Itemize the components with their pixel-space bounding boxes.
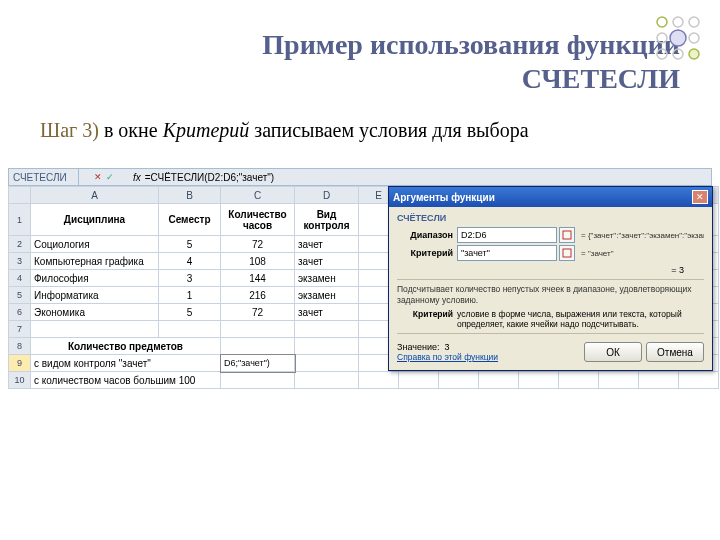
cell[interactable]: Социология [31,236,159,253]
cell[interactable]: 144 [221,270,295,287]
dialog-titlebar[interactable]: Аргументы функции ✕ [389,187,712,207]
cell[interactable]: зачет [295,236,359,253]
criteria-input[interactable]: "зачет" [457,245,557,261]
cell[interactable]: 4 [159,253,221,270]
row-header[interactable]: 3 [9,253,31,270]
cell[interactable]: 3 [159,270,221,287]
criteria-picker-icon[interactable] [559,245,575,261]
function-help-link[interactable]: Справка по этой функции [397,352,498,362]
svg-point-1 [673,17,683,27]
name-box[interactable]: СЧЕТЕСЛИ [9,169,79,185]
col-header[interactable]: D [295,187,359,204]
formula-input[interactable]: =СЧЁТЕСЛИ(D2:D6;"зачет") [145,172,711,183]
svg-rect-9 [563,231,571,239]
cell[interactable]: с количеством часов большим 100 [31,372,221,389]
row-header[interactable]: 1 [9,204,31,236]
cancel-icon[interactable]: ✕ [94,172,102,182]
function-name-label: СЧЁТЕСЛИ [397,213,704,223]
svg-point-7 [673,49,683,59]
col-header[interactable]: A [31,187,159,204]
cell[interactable]: зачет [295,304,359,321]
value-line: Значение: 3 [397,342,498,352]
row-header[interactable]: 2 [9,236,31,253]
cell[interactable]: Философия [31,270,159,287]
cancel-button[interactable]: Отмена [646,342,704,362]
svg-point-8 [689,49,699,59]
cell[interactable]: зачет [295,253,359,270]
cell[interactable]: 72 [221,236,295,253]
decorative-dots [650,10,710,70]
range-preview: = {"зачет":"зачет":"экзамен":"экзамен": [581,231,704,240]
editing-cell[interactable]: D6;"зачет") [221,355,295,372]
cell[interactable]: с видом контроля "зачет" [31,355,221,372]
svg-point-0 [657,17,667,27]
close-icon[interactable]: ✕ [692,190,708,204]
cell[interactable]: Экономика [31,304,159,321]
cell[interactable]: 5 [159,236,221,253]
cell[interactable]: Информатика [31,287,159,304]
ok-button[interactable]: ОК [584,342,642,362]
enter-icon[interactable]: ✓ [106,172,114,182]
cell[interactable]: 216 [221,287,295,304]
cell[interactable]: Компьютерная графика [31,253,159,270]
range-label: Диапазон [397,230,457,240]
cell[interactable]: Количество часов [221,204,295,236]
page-title: Пример использования функции СЧЕТЕСЛИ [40,28,680,95]
cell[interactable]: Дисциплина [31,204,159,236]
range-picker-icon[interactable] [559,227,575,243]
select-all-corner[interactable] [9,187,31,204]
cell[interactable]: 1 [159,287,221,304]
cell[interactable]: 108 [221,253,295,270]
row-header[interactable]: 10 [9,372,31,389]
dialog-title: Аргументы функции [393,192,495,203]
row-header[interactable]: 4 [9,270,31,287]
cell[interactable]: Семестр [159,204,221,236]
range-input[interactable]: D2:D6 [457,227,557,243]
row-header[interactable]: 7 [9,321,31,338]
arg-name-label: Критерий [397,309,457,329]
cell[interactable]: 5 [159,304,221,321]
step-text: Шаг 3) в окне Критерий записываем услови… [40,119,680,142]
col-header[interactable]: B [159,187,221,204]
svg-point-6 [657,49,667,59]
result-preview: = 3 [397,265,704,275]
cell[interactable]: экзамен [295,287,359,304]
row-header[interactable]: 5 [9,287,31,304]
function-arguments-dialog: Аргументы функции ✕ СЧЁТЕСЛИ Диапазон D2… [388,186,713,371]
row-header[interactable]: 8 [9,338,31,355]
svg-point-2 [689,17,699,27]
col-header[interactable]: C [221,187,295,204]
svg-rect-10 [563,249,571,257]
svg-point-3 [657,33,667,43]
cell[interactable]: экзамен [295,270,359,287]
row-header[interactable]: 9 [9,355,31,372]
criteria-label: Критерий [397,248,457,258]
criteria-preview: = "зачет" [581,249,704,258]
function-description: Подсчитывает количество непустых ячеек в… [397,284,704,305]
cell[interactable]: Вид контроля [295,204,359,236]
svg-point-4 [670,30,686,46]
fx-icon[interactable]: fx [129,172,145,183]
svg-point-5 [689,33,699,43]
cell[interactable]: 72 [221,304,295,321]
arg-description: условие в форме числа, выражения или тек… [457,309,704,329]
row-header[interactable]: 6 [9,304,31,321]
cell[interactable]: Количество предметов [31,338,221,355]
formula-bar: СЧЕТЕСЛИ ✕ ✓ fx =СЧЁТЕСЛИ(D2:D6;"зачет") [8,168,712,186]
